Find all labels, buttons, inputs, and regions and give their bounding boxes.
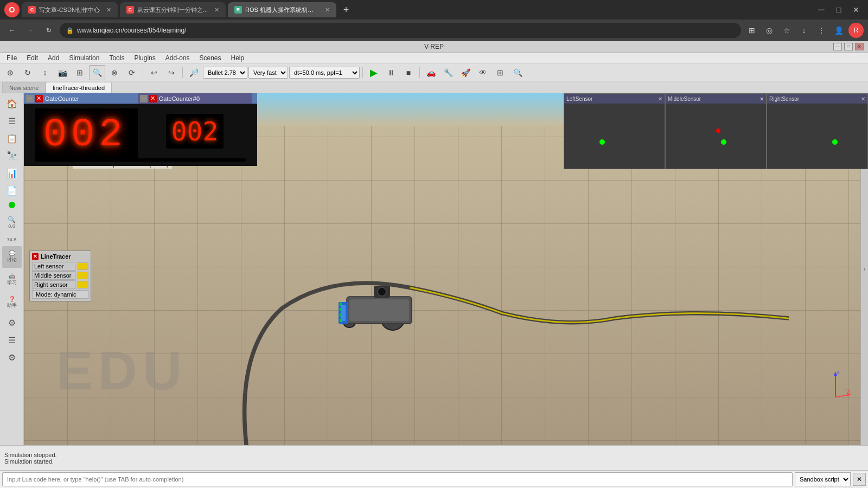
tool-camera[interactable]: 📷 <box>54 65 71 80</box>
view-btn2[interactable]: 🔧 <box>440 65 456 80</box>
menu-help[interactable]: Help <box>227 53 249 63</box>
sidebar-discuss[interactable]: 💬讨论 <box>2 246 22 268</box>
profile-icon[interactable]: ◎ <box>762 23 777 38</box>
vrep-close[interactable]: ✕ <box>855 43 864 50</box>
linetracer-close[interactable]: ✕ <box>32 253 39 260</box>
star-icon[interactable]: ☆ <box>779 23 794 38</box>
reload-button[interactable]: ↻ <box>41 23 56 38</box>
sidebar-robot[interactable]: 🤖学习 <box>2 269 22 291</box>
vrep-maximize[interactable]: □ <box>844 43 853 50</box>
sidebar-settings2[interactable]: ☰ <box>2 332 22 348</box>
menu-file[interactable]: File <box>2 53 21 63</box>
sidebar-status-dot <box>9 202 15 208</box>
tab-csdn1[interactable]: C 写文章-CSDN创作中心 ✕ <box>22 2 118 17</box>
forward-button[interactable]: → <box>23 23 38 38</box>
menu-edit[interactable]: Edit <box>22 53 42 63</box>
sidebar-74.8[interactable]: 74.8 <box>2 234 22 245</box>
address-text: www.lanqiao.cn/courses/854/learning/ <box>77 27 186 34</box>
stop-button[interactable]: ■ <box>400 65 417 80</box>
sidebar-settings1[interactable]: ⚙ <box>2 314 22 331</box>
sensor-value-middle <box>78 272 88 279</box>
sep3 <box>362 67 363 78</box>
gate-counter-minimize[interactable]: ─ <box>26 95 34 102</box>
menu-tools[interactable]: Tools <box>105 53 129 63</box>
status-line-1: Simulation stopped. <box>4 452 864 458</box>
tab-close-cloud[interactable]: ✕ <box>214 7 219 14</box>
tool-translate[interactable]: ↕ <box>37 65 53 80</box>
tool-redo[interactable]: ↪ <box>163 65 180 80</box>
gate-counter2-minimize[interactable]: ─ <box>140 95 148 102</box>
sidebar-settings3[interactable]: ⚙ <box>2 349 22 365</box>
tab-close-ros[interactable]: ✕ <box>325 7 330 14</box>
address-bar[interactable]: 🔒 www.lanqiao.cn/courses/854/learning/ <box>60 23 741 38</box>
sidebar-nav2[interactable]: 📋 <box>2 130 22 146</box>
sidebar-help[interactable]: ❓助手 <box>2 292 22 313</box>
tab-ros[interactable]: R ROS 机器人操作系统初级... ✕ <box>228 2 336 17</box>
linetracer-header: ✕ LineTracer <box>32 253 88 260</box>
sidebar-nav3[interactable]: 📊 <box>2 165 22 181</box>
sensor-right-close[interactable]: ✕ <box>861 96 865 102</box>
sensor-left: LeftSensor ✕ <box>564 93 665 169</box>
tab-cloud[interactable]: C 从云课五分钟到一分钟之... ✕ <box>120 2 226 17</box>
tool-rotate[interactable]: ↻ <box>20 65 36 80</box>
robot-model <box>317 267 425 337</box>
tab-linetracer[interactable]: lineTracer-threaded <box>46 82 112 93</box>
user-avatar[interactable]: R <box>848 23 864 38</box>
tool-sniff[interactable]: 🔎 <box>186 65 202 80</box>
lock-icon: 🔒 <box>66 27 74 34</box>
tool-search[interactable]: 🔍 <box>89 65 105 80</box>
tab-new-scene[interactable]: New scene <box>2 82 46 93</box>
vrep-titlebar: V-REP ─ □ ✕ <box>0 41 868 53</box>
tab-close-csdn1[interactable]: ✕ <box>106 7 111 14</box>
window-minimize[interactable]: ─ <box>814 2 829 17</box>
download-icon[interactable]: ↓ <box>796 23 812 38</box>
window-close[interactable]: ✕ <box>848 2 864 17</box>
physics-engine-select[interactable]: Bullet 2.78 <box>203 67 247 79</box>
gate-counter2-close[interactable]: ✕ <box>149 95 157 102</box>
main-area: 🏠 ☰ 📋 🔭 📊 📄 🔍0.6 74.8 💬讨论 🤖学习 ❓助手 ⚙ ☰ ⚙ <box>0 93 868 445</box>
window-maximize[interactable]: □ <box>831 2 846 17</box>
back-button[interactable]: ← <box>4 23 20 38</box>
viewport-3d[interactable]: ─ ✕ GateCounter 002 002 ─ ✕ GateCounter#… <box>24 93 868 445</box>
menu-plugins[interactable]: Plugins <box>130 53 159 63</box>
timestep-select[interactable]: dt=50.0 ms, ppf=1 <box>289 67 360 79</box>
vrep-minimize[interactable]: ─ <box>833 43 842 50</box>
sensor-row-middle: Middle sensor <box>32 271 88 280</box>
account-icon[interactable]: 👤 <box>831 23 846 38</box>
tool-move[interactable]: ⊗ <box>106 65 123 80</box>
tool-assembly[interactable]: ⊞ <box>72 65 88 80</box>
view-btn1[interactable]: 🚗 <box>423 65 439 80</box>
pause-button[interactable]: ⏸ <box>383 65 399 80</box>
view-btn5[interactable]: ⊞ <box>492 65 508 80</box>
view-btn4[interactable]: 👁 <box>475 65 491 80</box>
menu-scenes[interactable]: Scenes <box>195 53 226 63</box>
menu-add[interactable]: Add <box>43 53 63 63</box>
sidebar-search[interactable]: 🔍0.6 <box>2 211 22 233</box>
sensor-left-dot <box>599 139 605 145</box>
tool-select[interactable]: ⊕ <box>2 65 18 80</box>
extensions-icon[interactable]: ⊞ <box>744 23 760 38</box>
tool-rotate2[interactable]: ⟳ <box>124 65 140 80</box>
lua-input-field[interactable] <box>2 472 793 486</box>
sidebar-camera[interactable]: 🔭 <box>2 147 22 164</box>
menu-icon[interactable]: ⋮ <box>814 23 829 38</box>
tool-undo[interactable]: ↩ <box>146 65 162 80</box>
menubar: File Edit Add Simulation Tools Plugins A… <box>0 53 868 64</box>
sensor-right-title: RightSensor <box>769 96 799 102</box>
sidebar-home[interactable]: 🏠 <box>2 95 22 112</box>
new-tab-button[interactable]: + <box>339 2 354 17</box>
speed-select[interactable]: Very fast <box>248 67 288 79</box>
view-btn6[interactable]: 🔍 <box>509 65 526 80</box>
play-button[interactable]: ▶ <box>366 65 382 80</box>
menu-simulation[interactable]: Simulation <box>65 53 104 63</box>
browser-app-icon[interactable]: O <box>4 2 20 17</box>
sensor-row-right: Right sensor <box>32 280 88 289</box>
sensor-middle-close[interactable]: ✕ <box>760 96 764 102</box>
sidebar-report[interactable]: 📄 <box>2 182 22 198</box>
linetracer-panel: ✕ LineTracer Left sensor Middle sensor R… <box>29 251 91 301</box>
gate-counter-close1[interactable]: ✕ <box>35 95 43 102</box>
sidebar-nav1[interactable]: ☰ <box>2 113 22 129</box>
sensor-left-close[interactable]: ✕ <box>658 96 662 102</box>
view-btn3[interactable]: 🚀 <box>457 65 474 80</box>
menu-addons[interactable]: Add-ons <box>161 53 194 63</box>
